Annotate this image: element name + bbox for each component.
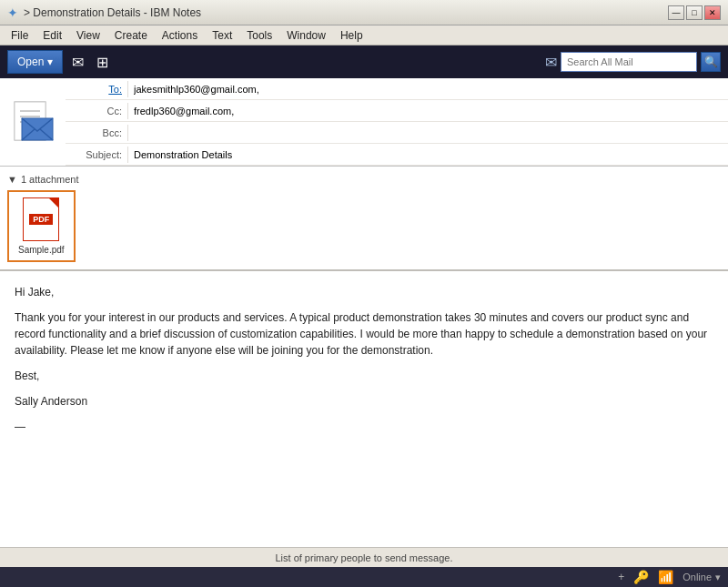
body-closing: Best,	[15, 368, 713, 384]
menu-file[interactable]: File	[4, 27, 35, 44]
pdf-icon: PDF	[23, 197, 59, 241]
attachment-header: ▼ 1 attachment	[7, 174, 721, 185]
menu-create[interactable]: Create	[107, 27, 155, 44]
email-body[interactable]: Hi Jake, Thank you for your interest in …	[0, 271, 728, 457]
menu-window[interactable]: Window	[279, 27, 333, 44]
body-greeting: Hi Jake,	[15, 284, 713, 300]
subject-label: Subject:	[66, 149, 127, 160]
grid-icon: ⊞	[96, 55, 108, 70]
email-header-area: To: Cc: Bcc: Subject:	[0, 78, 728, 167]
network-icon: 📶	[658, 570, 673, 584]
menu-actions[interactable]: Actions	[155, 27, 205, 44]
status-text: List of primary people to send message.	[275, 552, 452, 563]
online-indicator: Online ▾	[682, 572, 721, 583]
window-title: > Demonstration Details - IBM Notes	[24, 6, 201, 19]
close-button[interactable]: ✕	[704, 5, 721, 20]
cc-input[interactable]	[127, 103, 728, 119]
email-icon-section	[0, 78, 66, 166]
key-icon: 🔑	[633, 570, 649, 584]
cc-row: Cc:	[66, 100, 728, 122]
body-paragraph: Thank you for your interest in our produ…	[15, 309, 713, 359]
maximize-button[interactable]: □	[686, 5, 703, 20]
menu-text[interactable]: Text	[205, 27, 239, 44]
body-signature: Sally Anderson	[15, 393, 713, 410]
status-bar: List of primary people to send message.	[0, 547, 728, 567]
cc-label: Cc:	[66, 106, 127, 116]
pdf-label: PDF	[29, 214, 53, 225]
menu-edit[interactable]: Edit	[35, 27, 69, 44]
search-icon: 🔍	[704, 56, 718, 68]
attachment-box[interactable]: PDF Sample.pdf	[7, 190, 76, 262]
attachment-filename: Sample.pdf	[18, 245, 65, 255]
menu-help[interactable]: Help	[333, 27, 370, 44]
to-link[interactable]: To:	[108, 84, 122, 95]
body-dash: —	[15, 419, 713, 435]
bcc-input[interactable]	[127, 125, 728, 141]
grid-icon-button[interactable]: ⊞	[93, 52, 112, 73]
online-label: Online	[682, 572, 712, 582]
envelope-icon-button[interactable]: ✉	[68, 52, 87, 73]
to-input[interactable]	[127, 81, 728, 97]
attachment-chevron: ▼	[7, 174, 17, 185]
to-row: To:	[66, 78, 728, 100]
attachment-count: 1 attachment	[21, 174, 79, 185]
envelope-icon: ✉	[72, 55, 84, 70]
scroll-right-icon[interactable]: +	[618, 571, 624, 583]
main-content: To: Cc: Bcc: Subject: ▼ 1 attachment	[0, 78, 728, 547]
subject-input[interactable]	[127, 147, 728, 163]
to-label: To:	[66, 84, 127, 95]
minimize-button[interactable]: —	[668, 5, 684, 20]
search-button[interactable]: 🔍	[701, 52, 721, 72]
main-toolbar: Open ▾ ✉ ⊞ ✉ 🔍	[0, 46, 728, 78]
open-arrow: ▾	[47, 56, 53, 68]
form-section: To: Cc: Bcc: Subject:	[66, 78, 728, 166]
app-icon: ✦	[7, 5, 18, 20]
attachment-area: ▼ 1 attachment PDF Sample.pdf	[0, 167, 728, 271]
online-arrow: ▾	[715, 572, 721, 583]
open-button[interactable]: Open ▾	[7, 50, 63, 74]
search-input[interactable]	[561, 52, 697, 72]
bottom-bar: + 🔑 📶 Online ▾	[0, 567, 728, 587]
title-bar: ✦ > Demonstration Details - IBM Notes — …	[0, 0, 728, 25]
search-envelope-icon: ✉	[545, 54, 557, 71]
menu-view[interactable]: View	[69, 27, 107, 44]
subject-row: Subject:	[66, 144, 728, 166]
bcc-label: Bcc:	[66, 127, 127, 138]
bcc-row: Bcc:	[66, 122, 728, 144]
compose-email-icon	[9, 98, 56, 146]
menu-tools[interactable]: Tools	[239, 27, 279, 44]
open-label: Open	[17, 56, 44, 68]
menu-bar: File Edit View Create Actions Text Tools…	[0, 25, 728, 46]
